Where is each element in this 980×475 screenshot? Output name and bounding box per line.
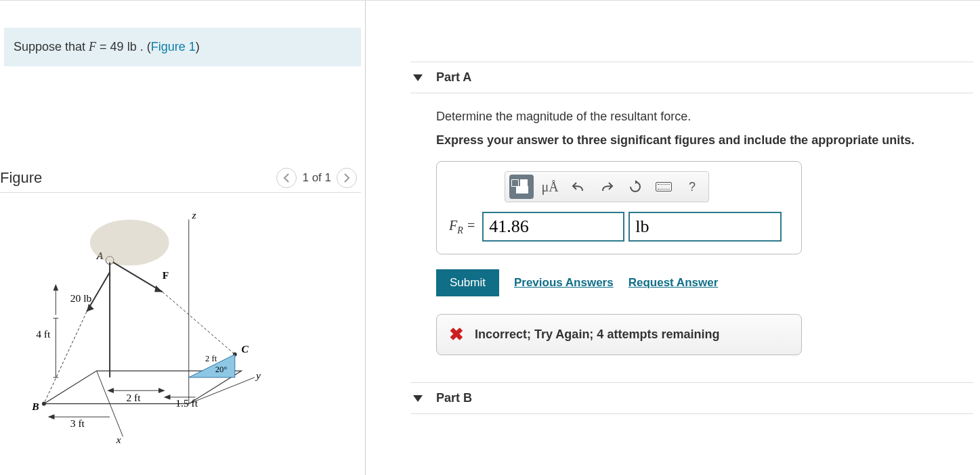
svg-text:20 lb: 20 lb <box>70 292 92 304</box>
svg-marker-25 <box>53 284 58 291</box>
undo-button[interactable] <box>566 175 591 199</box>
svg-point-9 <box>90 219 169 265</box>
value-input[interactable] <box>482 212 624 242</box>
submit-button[interactable]: Submit <box>436 269 499 296</box>
svg-text:x: x <box>116 434 121 443</box>
chevron-right-icon <box>343 173 350 183</box>
svg-text:2 ft: 2 ft <box>205 354 217 363</box>
reset-icon <box>629 180 642 194</box>
action-row: Submit Previous Answers Request Answer <box>436 269 980 296</box>
template-icon <box>511 179 532 194</box>
svg-text:1.5 ft: 1.5 ft <box>175 397 198 409</box>
svg-line-13 <box>163 292 235 354</box>
figure-heading: Figure <box>0 169 42 187</box>
svg-text:C: C <box>242 343 249 355</box>
svg-text:B: B <box>31 401 39 412</box>
answer-variable: FR = <box>449 218 475 236</box>
prompt-close: ) <box>196 40 200 53</box>
collapse-icon <box>413 74 423 81</box>
svg-marker-40 <box>635 180 638 184</box>
prompt-prefix: Suppose that <box>14 40 89 53</box>
figure-link[interactable]: Figure 1 <box>151 40 196 53</box>
part-a-title: Part A <box>436 70 471 85</box>
redo-button[interactable] <box>595 175 619 199</box>
svg-text:z: z <box>192 209 196 221</box>
prompt-eq: = 49 <box>96 40 127 53</box>
feedback-box: ✖ Incorrect; Try Again; 4 attempts remai… <box>436 314 802 355</box>
svg-marker-29 <box>48 414 55 420</box>
template-button[interactable] <box>509 175 534 199</box>
undo-icon <box>572 181 585 192</box>
part-a-instruction: Determine the magnitude of the resultant… <box>436 110 980 124</box>
part-b-title: Part B <box>436 391 472 405</box>
collapse-icon <box>413 395 423 402</box>
prompt-dot: . ( <box>137 40 151 53</box>
answer-row: FR = <box>449 212 789 242</box>
help-button[interactable]: ? <box>680 175 704 199</box>
svg-text:3 ft: 3 ft <box>70 417 85 429</box>
input-toolbar: μÅ ? <box>505 171 709 202</box>
svg-point-20 <box>42 402 46 406</box>
feedback-text: Incorrect; Try Again; 4 attempts remaini… <box>475 327 719 342</box>
svg-marker-11 <box>154 286 163 292</box>
figure-prev-button[interactable] <box>276 168 297 188</box>
svg-line-2 <box>189 378 255 404</box>
problem-statement: Suppose that F = 49 lb . (Figure 1) <box>4 28 361 66</box>
part-a-header[interactable]: Part A <box>410 62 973 93</box>
unit-input[interactable] <box>629 212 782 242</box>
svg-text:4 ft: 4 ft <box>36 328 51 340</box>
figure-area: z y x A F C <box>0 193 365 459</box>
svg-line-10 <box>113 263 163 292</box>
keyboard-button[interactable] <box>652 175 676 199</box>
previous-answers-link[interactable]: Previous Answers <box>514 276 614 290</box>
units-button[interactable]: μÅ <box>538 175 562 199</box>
problem-pane: Suppose that F = 49 lb . (Figure 1) Figu… <box>0 1 366 475</box>
svg-text:20°: 20° <box>215 365 228 374</box>
figure-diagram: z y x A F C <box>20 206 298 443</box>
svg-text:y: y <box>255 369 261 381</box>
svg-text:F: F <box>163 269 169 281</box>
part-a-hint: Express your answer to three significant… <box>436 133 980 148</box>
figure-nav: 1 of 1 <box>276 168 357 188</box>
figure-next-button[interactable] <box>337 168 357 188</box>
request-answer-link[interactable]: Request Answer <box>629 276 719 290</box>
svg-marker-32 <box>107 388 114 393</box>
svg-text:2 ft: 2 ft <box>126 392 141 403</box>
prompt-variable: F <box>89 40 96 53</box>
prompt-unit: lb <box>127 40 137 53</box>
answer-box: μÅ ? FR = <box>436 161 802 254</box>
redo-icon <box>600 181 614 192</box>
figure-counter: 1 of 1 <box>302 171 331 185</box>
keyboard-icon <box>656 182 672 191</box>
svg-marker-33 <box>158 388 165 393</box>
answer-pane: Part A Determine the magnitude of the re… <box>366 1 980 475</box>
svg-marker-36 <box>164 394 171 400</box>
chevron-left-icon <box>283 173 290 183</box>
incorrect-icon: ✖ <box>449 324 464 345</box>
part-b-header[interactable]: Part B <box>410 382 973 414</box>
reset-button[interactable] <box>623 175 647 199</box>
